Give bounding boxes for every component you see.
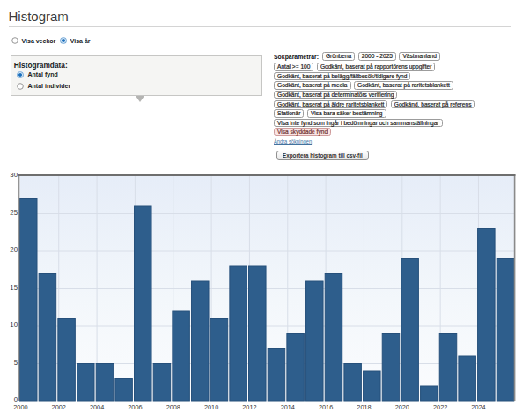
svg-text:20: 20 — [10, 246, 18, 254]
svg-text:30: 30 — [10, 171, 18, 179]
svg-text:2002: 2002 — [52, 403, 66, 411]
svg-text:2004: 2004 — [90, 403, 104, 411]
svg-text:2008: 2008 — [166, 403, 180, 411]
svg-text:2022: 2022 — [433, 403, 447, 411]
svg-text:10: 10 — [10, 321, 18, 328]
svg-text:0: 0 — [14, 395, 18, 403]
svg-text:25: 25 — [10, 209, 18, 217]
svg-text:2010: 2010 — [204, 403, 218, 411]
svg-text:2012: 2012 — [242, 403, 256, 411]
svg-text:2018: 2018 — [357, 403, 371, 411]
svg-text:15: 15 — [10, 284, 18, 291]
svg-text:5: 5 — [14, 358, 18, 366]
svg-text:2014: 2014 — [281, 403, 295, 411]
svg-text:2024: 2024 — [471, 403, 485, 411]
svg-text:2020: 2020 — [395, 403, 409, 411]
svg-text:2016: 2016 — [319, 403, 333, 411]
svg-text:2000: 2000 — [13, 403, 27, 411]
svg-text:2006: 2006 — [128, 403, 142, 411]
